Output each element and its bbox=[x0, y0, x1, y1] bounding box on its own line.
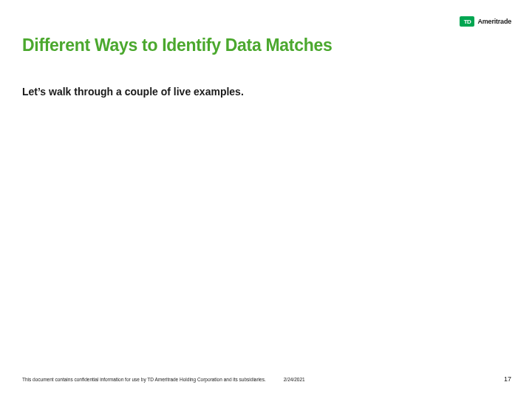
brand-wordmark: Ameritrade bbox=[477, 18, 511, 25]
footer-confidential-text: This document contains confidential info… bbox=[22, 377, 266, 382]
slide: TD Ameritrade Different Ways to Identify… bbox=[0, 0, 532, 399]
slide-body-text: Let’s walk through a couple of live exam… bbox=[22, 86, 244, 98]
slide-title: Different Ways to Identify Data Matches bbox=[22, 35, 332, 55]
footer-page-number: 17 bbox=[504, 375, 511, 383]
td-logo-icon: TD bbox=[460, 16, 474, 27]
slide-footer: This document contains confidential info… bbox=[22, 375, 511, 383]
footer-date: 2/24/2021 bbox=[284, 377, 305, 382]
brand-logo: TD Ameritrade bbox=[460, 16, 511, 27]
td-logo-mark-text: TD bbox=[464, 18, 471, 25]
